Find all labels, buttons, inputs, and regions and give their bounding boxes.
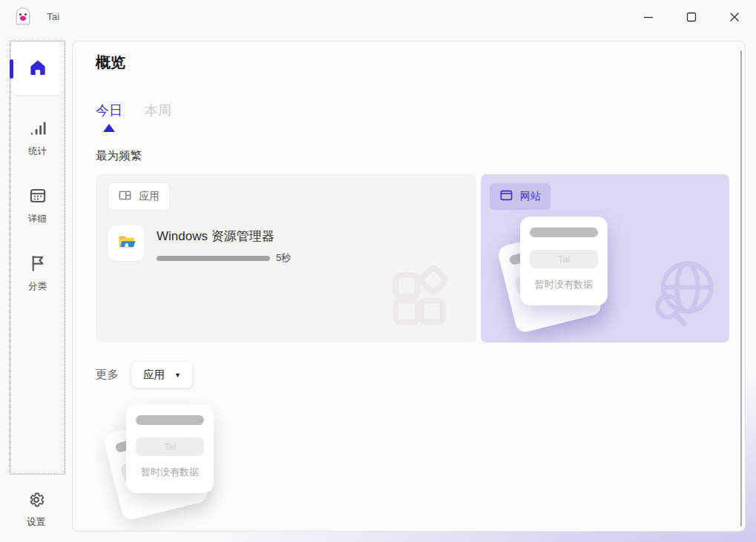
sidebar-item-label: 详细 xyxy=(28,213,47,225)
sidebar-item-home[interactable] xyxy=(11,43,64,95)
page-title: 概览 xyxy=(96,52,732,73)
more-placeholder-stack: Tai 暂时没有数据 xyxy=(103,404,252,523)
app-window-icon xyxy=(118,188,132,205)
active-indicator xyxy=(10,59,13,79)
app-name: Windows 资源管理器 xyxy=(157,225,291,245)
badge-label: 网站 xyxy=(520,190,541,203)
placeholder-title: Tai xyxy=(530,250,598,268)
placeholder-message: 暂时没有数据 xyxy=(535,278,593,291)
placeholder-bar xyxy=(136,415,204,425)
bar-chart-icon xyxy=(28,119,47,140)
vertical-scrollbar[interactable] xyxy=(740,50,743,526)
app-duration: 5秒 xyxy=(276,251,291,265)
sidebar-item-settings[interactable]: 设置 xyxy=(0,491,72,529)
web-type-badge: 网站 xyxy=(490,183,550,210)
frequent-apps-card[interactable]: 应用 Windows 资 xyxy=(96,174,476,343)
globe-search-watermark-icon xyxy=(643,256,720,336)
placeholder-title: Tai xyxy=(136,437,204,456)
type-dropdown[interactable]: 应用 ▼ xyxy=(132,362,192,388)
placeholder-message: 暂时没有数据 xyxy=(141,466,199,479)
home-icon xyxy=(28,58,47,80)
folder-explorer-icon xyxy=(116,232,137,255)
more-label: 更多 xyxy=(96,367,119,383)
sidebar-item-label: 分类 xyxy=(28,280,47,293)
flag-icon xyxy=(28,254,47,275)
ghost-app-icon xyxy=(13,5,35,29)
placeholder-stack: Tai 暂时没有数据 xyxy=(497,217,645,335)
sidebar-item-stats[interactable]: 统计 xyxy=(10,114,65,162)
tab-week[interactable]: 本周 xyxy=(145,103,171,132)
tab-today[interactable]: 今日 xyxy=(96,103,122,132)
browser-icon xyxy=(499,188,513,205)
maximize-icon xyxy=(686,12,697,22)
calendar-icon xyxy=(28,186,47,208)
app-tile xyxy=(108,225,144,261)
maximize-button[interactable] xyxy=(670,0,713,33)
placeholder-card-front: Tai 暂时没有数据 xyxy=(126,404,214,493)
chevron-down-icon: ▼ xyxy=(174,371,181,379)
minimize-icon xyxy=(643,12,654,22)
sidebar-item-category[interactable]: 分类 xyxy=(10,249,65,297)
settings-label: 设置 xyxy=(27,516,45,529)
progress-bar xyxy=(157,256,270,261)
badge-label: 应用 xyxy=(139,190,160,203)
frequent-websites-card[interactable]: 网站 Tai 暂时没有数据 xyxy=(481,174,729,343)
minimize-button[interactable] xyxy=(627,0,670,33)
app-entry-row[interactable]: Windows 资源管理器 5秒 xyxy=(108,225,476,265)
period-tabs: 今日 本周 xyxy=(96,103,732,132)
sidebar: 统计 详细 xyxy=(0,33,72,542)
close-button[interactable] xyxy=(713,0,756,33)
app-type-badge: 应用 xyxy=(108,183,169,210)
sidebar-nav: 统计 详细 xyxy=(10,41,65,475)
tab-active-indicator xyxy=(103,124,115,132)
gear-icon xyxy=(27,491,45,511)
window-controls xyxy=(627,0,756,33)
section-title: 最为频繁 xyxy=(96,148,732,164)
window-title: Tai xyxy=(47,11,59,22)
apps-grid-watermark-icon xyxy=(387,265,453,333)
placeholder-bar xyxy=(530,228,598,237)
main-panel: 概览 今日 本周 最为频繁 xyxy=(72,41,746,532)
sidebar-item-label: 统计 xyxy=(28,145,47,158)
progress-fill xyxy=(157,256,270,261)
sidebar-item-detail[interactable]: 详细 xyxy=(10,182,65,230)
close-icon xyxy=(729,12,740,22)
window-titlebar: Tai xyxy=(0,0,756,33)
placeholder-card-front: Tai 暂时没有数据 xyxy=(520,217,608,305)
dropdown-value: 应用 xyxy=(143,368,165,382)
